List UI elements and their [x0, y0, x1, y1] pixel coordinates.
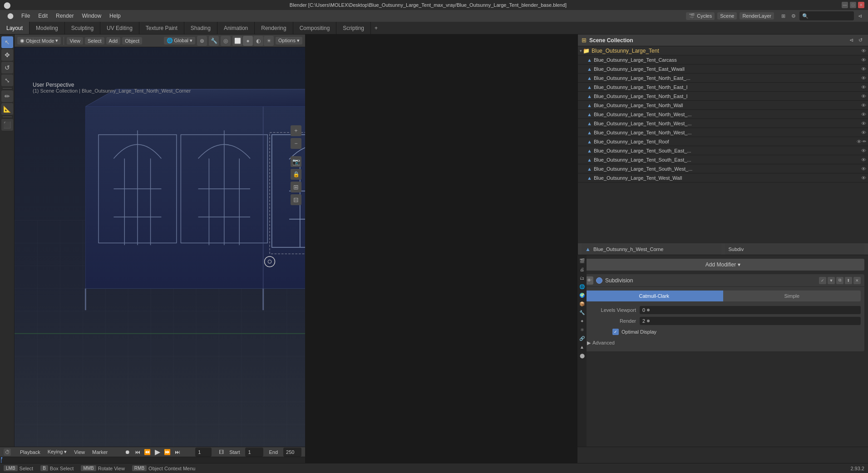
tab-rendering[interactable]: Rendering — [255, 22, 293, 34]
eye-icon[interactable]: 👁 — [861, 175, 866, 181]
object-props-btn[interactable]: 📦 — [578, 300, 586, 307]
realtime-toggle[interactable] — [596, 277, 602, 284]
global-transform[interactable]: 🌐 Global ▾ — [164, 37, 195, 44]
outliner-filter-btn[interactable]: ⊲ — [847, 36, 855, 44]
annotate-tool[interactable]: ✏ — [1, 90, 13, 102]
menu-help[interactable]: Help — [106, 12, 124, 20]
mode-dropdown[interactable]: ◉ Object Mode ▾ — [17, 37, 61, 44]
rotate-tool[interactable]: ↺ — [1, 62, 13, 74]
menu-file[interactable]: File — [18, 12, 34, 20]
collection-item-main[interactable]: ▾ 📁 Blue_Outsunny_Large_Tent 👁 — [578, 46, 868, 55]
apply-as-shape-btn[interactable]: ▼ — [828, 277, 835, 284]
keying-menu[interactable]: Keying ▾ — [46, 449, 69, 455]
lock-to-object-btn[interactable]: 🔒 — [291, 169, 301, 180]
material-props-btn[interactable]: ⬤ — [578, 352, 586, 359]
outliner-item-north-east-2[interactable]: ▲ Blue_Outsunny_Large_Tent_North_East_I … — [578, 83, 868, 92]
outliner-item-north-west-3[interactable]: ▲ Blue_Outsunny_Large_Tent_North_West_..… — [578, 128, 868, 137]
object-menu[interactable]: Object — [122, 37, 142, 44]
global-search[interactable]: 🔍 — [799, 11, 854, 20]
material-btn[interactable]: ◐ — [253, 36, 263, 46]
options-btn[interactable]: Options ▾ — [276, 37, 302, 44]
grid-btn[interactable]: ⊞ — [291, 182, 301, 192]
jump-start-btn[interactable]: ⏮ — [133, 448, 142, 456]
scene-selector[interactable]: Scene — [717, 12, 737, 20]
outliner-item-east-wwall[interactable]: ▲ Blue_Outsunny_Large_Tent_East_Wwall 👁 — [578, 64, 868, 74]
eye-icon[interactable]: 👁 — [861, 166, 866, 172]
start-frame-input[interactable]: 1 — [245, 448, 263, 457]
play-btn[interactable]: ▶ — [153, 448, 162, 456]
viewport-3d[interactable]: User Perspective (1) Scene Collection | … — [15, 34, 305, 447]
proportional-edit[interactable]: ◎ — [221, 36, 231, 46]
apply-modifier-btn[interactable]: ✓ — [819, 277, 826, 284]
view-layer-props-btn[interactable]: 🗂 — [578, 274, 586, 281]
advanced-section-header[interactable]: ▶ Advanced — [585, 338, 861, 348]
solid-btn[interactable]: ● — [243, 36, 253, 46]
properties-icon-btn[interactable]: ⚙ — [789, 11, 798, 20]
camera-view-btn[interactable]: 📷 — [291, 156, 301, 167]
outliner-item-north-west-2[interactable]: ▲ Blue_Outsunny_Large_Tent_North_West_..… — [578, 119, 868, 128]
render-layer-selector[interactable]: RenderLayer — [740, 12, 774, 20]
move-up-btn[interactable]: ⬆ — [845, 277, 852, 284]
remove-modifier-btn[interactable]: ✕ — [853, 277, 861, 284]
outliner-item-north-east-3[interactable]: ▲ Blue_Outsunny_Large_Tent_North_East_I … — [578, 92, 868, 101]
outliner-item-west-wall[interactable]: ▲ Blue_Outsunny_Large_Tent_West_Wall 👁 — [578, 173, 868, 182]
modifier-props-btn[interactable]: 🔧 — [578, 309, 586, 316]
physics-props-btn[interactable]: ⚛ — [578, 326, 586, 333]
filter-icon-btn[interactable]: ⊲ — [855, 11, 864, 20]
add-workspace-btn[interactable]: + — [371, 22, 381, 34]
render-props-btn[interactable]: 🎬 — [578, 257, 586, 264]
eye-icon[interactable]: 👁 — [861, 84, 866, 90]
playback-menu[interactable]: Playback — [18, 449, 42, 455]
constraints-props-btn[interactable]: 🔗 — [578, 335, 586, 342]
data-props-btn[interactable]: ▲ — [578, 343, 586, 350]
overlay-btn[interactable]: ⊟ — [291, 194, 301, 205]
tab-scripting[interactable]: Scripting — [336, 22, 371, 34]
outliner-item-roof[interactable]: ▲ Blue_Outsunny_Large_Tent_Roof 👁 ✏ — [578, 137, 868, 146]
scene-props-btn[interactable]: 🌐 — [578, 283, 586, 290]
view-menu[interactable]: View — [67, 37, 83, 44]
render-value[interactable]: 2 — [640, 317, 861, 325]
tab-modeling[interactable]: Modeling — [30, 22, 65, 34]
tab-shading[interactable]: Shading — [184, 22, 217, 34]
outliner-item-south-east-1[interactable]: ▲ Blue_Outsunny_Large_Tent_South_East_..… — [578, 146, 868, 155]
cursor-tool[interactable]: ↖ — [1, 36, 13, 48]
add-cube-tool[interactable]: ⬛ — [1, 119, 13, 131]
eye-icon[interactable]: 👁 — [861, 130, 866, 135]
snap-toggle[interactable]: 🔧 — [209, 36, 219, 46]
minimize-btn[interactable]: — — [842, 2, 848, 8]
zoom-out-btn[interactable]: − — [291, 138, 301, 149]
add-modifier-btn[interactable]: Add Modifier ▾ — [582, 259, 864, 271]
step-fwd-btn[interactable]: ⏩ — [163, 448, 172, 456]
end-frame-input[interactable]: 250 — [283, 448, 301, 457]
eye-icon[interactable]: 👁 — [861, 75, 866, 81]
close-btn[interactable]: ✕ — [858, 2, 864, 8]
simple-btn[interactable]: Simple — [723, 291, 861, 301]
levels-viewport-value[interactable]: 0 — [640, 306, 861, 314]
tab-sculpting[interactable]: Sculpting — [65, 22, 100, 34]
outliner-item-north-wall[interactable]: ▲ Blue_Outsunny_Large_Tent_North_Wall 👁 — [578, 101, 868, 110]
eye-icon[interactable]: 👁 — [861, 148, 866, 153]
eye-icon[interactable]: 👁 — [861, 66, 866, 72]
zoom-in-btn[interactable]: + — [291, 125, 301, 136]
outliner-item-north-west-1[interactable]: ▲ Blue_Outsunny_Large_Tent_North_West_..… — [578, 110, 868, 119]
tab-uv-editing[interactable]: UV Editing — [100, 22, 139, 34]
menu-render[interactable]: Render — [52, 12, 77, 20]
timeline-view-menu[interactable]: View — [72, 449, 87, 455]
tab-texture-paint[interactable]: Texture Paint — [139, 22, 184, 34]
wireframe-btn[interactable]: ⬜ — [232, 36, 242, 46]
eye-icon[interactable]: 👁 — [857, 139, 862, 144]
visibility-icon[interactable]: 👁 — [861, 48, 866, 54]
select-menu[interactable]: Select — [85, 37, 104, 44]
current-frame-input[interactable]: 1 — [195, 448, 212, 457]
measure-tool[interactable]: 📐 — [1, 103, 13, 115]
eye-icon[interactable]: 👁 — [861, 103, 866, 108]
output-props-btn[interactable]: 🖨 — [578, 266, 586, 273]
outliner-sync-btn[interactable]: ↺ — [856, 36, 864, 44]
menu-window[interactable]: Window — [78, 12, 105, 20]
outliner-item-north-east-1[interactable]: ▲ Blue_Outsunny_Large_Tent_North_East_..… — [578, 74, 868, 83]
rename-icon[interactable]: ✏ — [863, 139, 866, 144]
marker-menu[interactable]: Marker — [90, 449, 109, 455]
menu-edit[interactable]: Edit — [35, 12, 51, 20]
tab-animation[interactable]: Animation — [217, 22, 255, 34]
copy-modifier-btn[interactable]: ⧉ — [836, 277, 843, 284]
